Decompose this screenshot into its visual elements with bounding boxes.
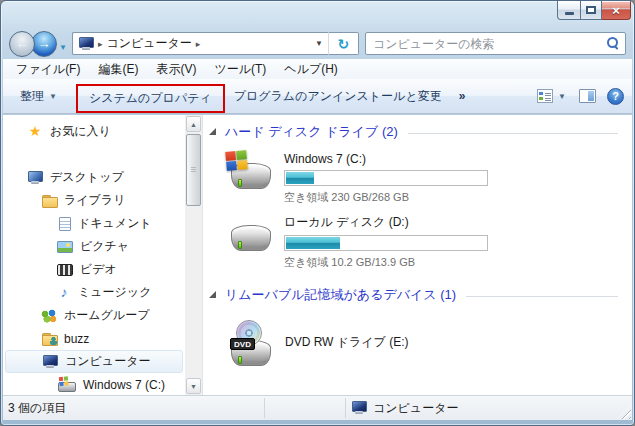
address-bar[interactable]: ▸ コンピューター ▸ ▼ <box>72 32 328 55</box>
uninstall-program-button[interactable]: プログラムのアンインストールと変更 <box>225 83 451 110</box>
breadcrumb-arrow-icon[interactable]: ▸ <box>196 39 201 49</box>
views-icon <box>537 89 553 103</box>
sidebar-item-label: お気に入り <box>50 123 111 140</box>
menu-file[interactable]: ファイル(F) <box>7 59 89 80</box>
group-rule <box>466 296 618 297</box>
sidebar-scrollbar: ▲ ▼ <box>185 115 202 395</box>
scroll-down-icon: ▼ <box>190 383 197 390</box>
group-title: リムーバブル記憶域があるデバイス (1) <box>225 286 456 304</box>
computer-icon <box>78 37 94 51</box>
computer-icon <box>351 401 367 415</box>
address-dropdown-icon[interactable]: ▼ <box>315 39 323 48</box>
sidebar-item-documents[interactable]: ドキュメント <box>3 212 185 235</box>
drive-led <box>238 241 242 249</box>
scrollbar-track[interactable] <box>186 132 201 378</box>
maximize-button[interactable] <box>581 1 602 20</box>
forward-arrow-icon: → <box>38 36 51 51</box>
user-folder-icon <box>41 332 57 345</box>
drive-item-dvd-e[interactable]: DVD DVD RW ドライブ (E:) <box>229 320 620 368</box>
scroll-up-button[interactable]: ▲ <box>186 116 201 132</box>
sidebar-item-pictures[interactable]: ピクチャ <box>3 235 185 258</box>
toolbar-overflow-button[interactable]: » <box>459 89 466 103</box>
dvd-drive-icon: DVD <box>229 320 275 368</box>
collapse-triangle-icon <box>209 291 216 298</box>
search-input[interactable] <box>365 32 626 55</box>
sidebar-item-computer[interactable]: コンピューター <box>5 350 183 373</box>
group-title: ハード ディスク ドライブ (2) <box>225 123 398 141</box>
back-button[interactable]: ← <box>9 31 35 57</box>
sidebar-spacer <box>3 143 185 166</box>
help-button[interactable]: ? <box>607 88 624 105</box>
sidebar-item-libraries[interactable]: ライブラリ <box>3 189 185 212</box>
desktop-icon <box>27 171 43 185</box>
recent-pages-dropdown[interactable]: ▼ <box>59 43 67 52</box>
system-properties-button[interactable]: システムのプロパティ <box>80 85 221 112</box>
sidebar-item-label: ピクチャ <box>80 238 129 255</box>
computer-icon <box>42 355 58 369</box>
address-bar-group: ▸ コンピューター ▸ ▼ ↻ <box>72 32 359 55</box>
free-space-text: 空き領域 230 GB/268 GB <box>284 190 488 205</box>
system-properties-label: システムのプロパティ <box>89 90 212 107</box>
capacity-bar <box>284 235 488 251</box>
drive-name: ローカル ディスク (D:) <box>284 214 488 231</box>
minimize-icon <box>565 12 574 15</box>
menu-tools[interactable]: ツール(T) <box>205 59 275 80</box>
location-text: コンピューター <box>373 400 458 417</box>
group-rule <box>408 133 618 134</box>
star-icon <box>27 124 43 139</box>
minimize-button[interactable] <box>557 1 581 20</box>
resize-grip[interactable] <box>617 405 631 419</box>
menu-help[interactable]: ヘルプ(H) <box>275 59 347 80</box>
drive-led <box>238 179 242 187</box>
window-controls: × <box>557 1 631 20</box>
dvd-badge: DVD <box>230 338 255 350</box>
menu-edit[interactable]: 編集(E) <box>89 59 147 80</box>
menu-view[interactable]: 表示(V) <box>147 59 205 80</box>
chevron-down-icon: ▼ <box>558 92 566 101</box>
content-area: お気に入り デスクトップ ライブラリ ドキュメント ピクチャ ビデオ <box>3 115 632 395</box>
preview-pane-button[interactable] <box>577 85 598 107</box>
refresh-button[interactable]: ↻ <box>328 32 359 55</box>
sidebar-item-label: コンピューター <box>65 353 150 370</box>
scrollbar-thumb[interactable] <box>186 134 201 206</box>
status-items-count: 3 個の項目 <box>3 396 264 420</box>
sidebar-item-desktop[interactable]: デスクトップ <box>3 166 185 189</box>
scroll-down-button[interactable]: ▼ <box>186 378 201 394</box>
system-drive-icon <box>57 378 76 391</box>
group-header-hard-disks[interactable]: ハード ディスク ドライブ (2) <box>207 121 620 143</box>
sidebar-item-label: buzz <box>64 332 89 346</box>
breadcrumb-arrow-icon[interactable]: ▸ <box>98 39 103 49</box>
drive-info: Windows 7 (C:) 空き領域 230 GB/268 GB <box>284 151 488 205</box>
drive-item-windows7-c[interactable]: Windows 7 (C:) 空き領域 230 GB/268 GB <box>229 151 620 205</box>
hard-drive-icon <box>229 213 275 257</box>
sidebar-item-favorites[interactable]: お気に入り <box>3 120 185 143</box>
toolbar-right-group: ▼ ? <box>535 85 624 107</box>
document-icon <box>59 217 71 231</box>
capacity-bar <box>284 170 488 186</box>
group-header-removable[interactable]: リムーバブル記憶域があるデバイス (1) <box>207 284 620 306</box>
hard-drive-icon <box>229 151 275 195</box>
drive-led <box>238 356 242 364</box>
close-icon: × <box>612 4 620 17</box>
breadcrumb-computer[interactable]: コンピューター <box>106 35 191 52</box>
drive-body <box>231 225 271 251</box>
sidebar-item-user-buzz[interactable]: buzz <box>3 327 185 350</box>
help-icon: ? <box>612 90 619 102</box>
refresh-icon: ↻ <box>338 36 350 52</box>
windows-logo-icon <box>225 150 248 171</box>
sidebar-item-label: ライブラリ <box>64 192 125 209</box>
close-button[interactable]: × <box>602 1 631 20</box>
drive-item-local-d[interactable]: ローカル ディスク (D:) 空き領域 10.2 GB/13.9 GB <box>229 213 620 270</box>
sidebar-item-music[interactable]: ミュージック <box>3 281 185 304</box>
sidebar-item-videos[interactable]: ビデオ <box>3 258 185 281</box>
sidebar-item-homegroup[interactable]: ホームグループ <box>3 304 185 327</box>
status-location: コンピューター <box>346 396 617 420</box>
organize-button[interactable]: 整理 ▼ <box>11 83 66 110</box>
sidebar-item-windows7-c[interactable]: Windows 7 (C:) <box>3 373 185 396</box>
preview-pane-icon <box>579 89 596 103</box>
change-view-button[interactable]: ▼ <box>535 85 568 107</box>
items-count-text: 3 個の項目 <box>8 400 66 417</box>
user-badge-icon <box>50 337 57 345</box>
sidebar-item-label: ビデオ <box>80 261 117 278</box>
chevron-down-icon: ▼ <box>49 92 57 101</box>
